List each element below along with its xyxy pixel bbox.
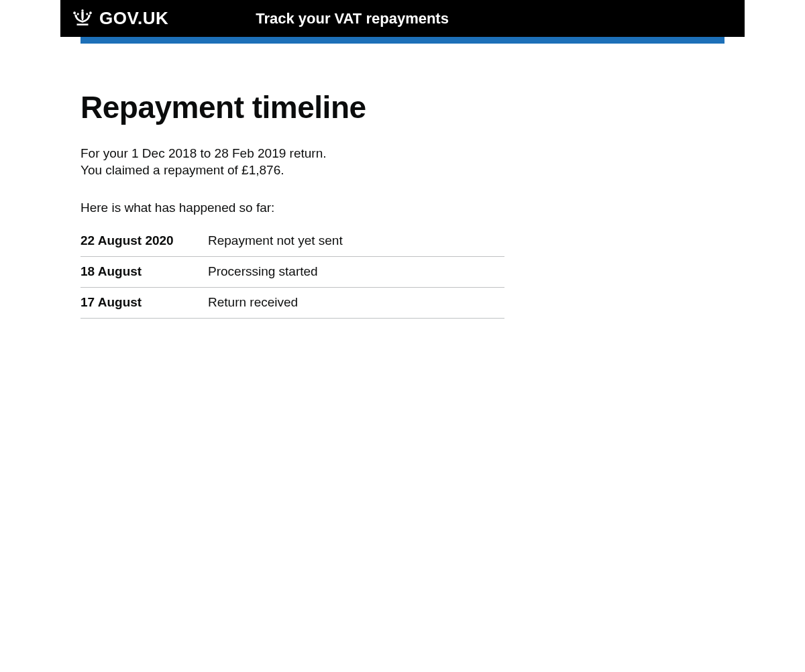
- intro-line-2: You claimed a repayment of £1,876.: [80, 163, 284, 177]
- header-blue-bar: [80, 37, 724, 44]
- svg-point-3: [77, 13, 79, 15]
- timeline-date: 18 August: [80, 264, 208, 279]
- timeline-row: 22 August 2020 Repayment not yet sent: [80, 233, 504, 257]
- svg-point-0: [81, 9, 83, 11]
- timeline-row: 18 August Procerssing started: [80, 257, 504, 288]
- service-name: Track your VAT repayments: [256, 10, 449, 27]
- svg-point-1: [73, 11, 76, 14]
- timeline-status: Repayment not yet sent: [208, 233, 343, 248]
- site-header: GOV.UK Track your VAT repayments: [60, 0, 745, 37]
- crown-icon: [71, 8, 94, 30]
- svg-point-2: [89, 11, 92, 14]
- timeline-status: Procerssing started: [208, 264, 318, 279]
- timeline-status: Return received: [208, 295, 298, 310]
- main-content: Repayment timeline For your 1 Dec 2018 t…: [60, 91, 745, 319]
- intro-line-1: For your 1 Dec 2018 to 28 Feb 2019 retur…: [80, 146, 327, 160]
- sofar-paragraph: Here is what has happened so far:: [80, 199, 724, 217]
- govuk-logo-text: GOV.UK: [99, 8, 168, 29]
- timeline-date: 22 August 2020: [80, 233, 208, 248]
- timeline-row: 17 August Return received: [80, 288, 504, 319]
- page-title: Repayment timeline: [80, 91, 724, 125]
- govuk-logo-link[interactable]: GOV.UK: [71, 8, 168, 30]
- svg-point-4: [86, 13, 88, 15]
- intro-paragraph: For your 1 Dec 2018 to 28 Feb 2019 retur…: [80, 145, 724, 179]
- timeline-list: 22 August 2020 Repayment not yet sent 18…: [80, 233, 504, 319]
- timeline-date: 17 August: [80, 295, 208, 310]
